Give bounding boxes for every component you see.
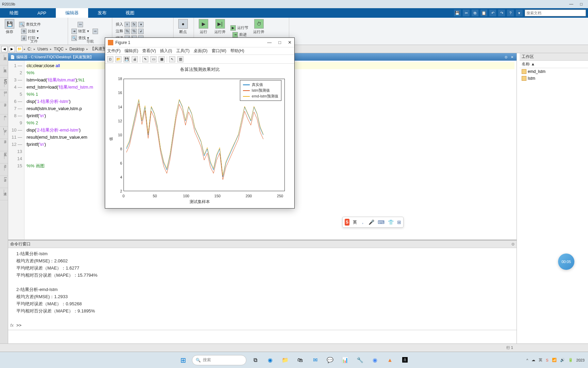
ime-comma-icon[interactable]: ， [360, 219, 365, 225]
comment-button[interactable]: 注释 %%↲ [115, 28, 144, 34]
crumb-tiqc[interactable]: TIQC [53, 47, 64, 51]
fold-tab[interactable]: MD... [0, 78, 8, 90]
fold-tab[interactable]: m [0, 102, 8, 114]
fig-menu-item[interactable]: 窗口(W) [212, 48, 226, 54]
run-section-button[interactable]: ▶运行节 [230, 25, 249, 31]
legend-item[interactable]: 真实值 [243, 82, 278, 88]
fold-tab[interactable]: l.m [0, 176, 8, 188]
tray-chevron-icon[interactable]: ^ [526, 358, 528, 362]
fold-tab[interactable]: 速... [0, 188, 8, 200]
commandwindow-body[interactable]: 1-结果分析-lstm根均方差(RMSE)：2.0602平均绝对误差（MAE）：… [8, 248, 517, 330]
edit-plot-icon[interactable]: ✎ [142, 56, 148, 62]
system-tray[interactable]: ^ ☁ 英 S 📶 🔊 🔋 2023 [526, 357, 585, 363]
ime-mic-icon[interactable]: 🎤 [369, 219, 374, 225]
wechat-icon[interactable]: 💬 [324, 354, 336, 366]
ime-lang-button[interactable]: 英 [353, 219, 357, 225]
taskbar-search[interactable]: 🔍 搜索 [192, 355, 246, 365]
taskview-icon[interactable]: ⧉ [249, 354, 261, 366]
link-icon-2[interactable]: ▦ [159, 56, 165, 62]
workspace-header[interactable]: 名称 ▲ [520, 61, 588, 68]
app-icon-3[interactable]: 🅰 [399, 354, 411, 366]
fold-tab[interactable]: 果... [0, 65, 8, 78]
dropdown-icon[interactable]: ▾ [516, 10, 523, 16]
ime-toolbar[interactable]: S 英 ， 🎤 ⌨ 👕 ⊞ [342, 217, 404, 228]
cmdwin-menu-icon[interactable]: ⊙ [511, 242, 514, 246]
workspace-var[interactable]: emd_lstm [520, 68, 588, 75]
save-fig-icon[interactable]: 💾 [124, 56, 130, 62]
fold-tab[interactable]: m [0, 139, 8, 151]
tray-lang-icon[interactable]: 英 [539, 357, 542, 363]
fig-close-icon[interactable]: ✕ [288, 40, 292, 45]
help-icon[interactable]: ? [507, 10, 514, 16]
matlab-taskbar-icon[interactable]: ▲ [384, 354, 396, 366]
tray-wifi-icon[interactable]: 📶 [552, 358, 557, 362]
app-icon-2[interactable]: 🔧 [354, 354, 366, 366]
figure-titlebar[interactable]: Figure 1 — □ ✕ [105, 38, 294, 47]
fig-minimize-icon[interactable]: — [267, 40, 272, 45]
tray-battery-icon[interactable]: 🔋 [568, 358, 573, 362]
fig-menu-item[interactable]: 文件(F) [107, 48, 120, 54]
undo-icon[interactable]: ↶ [489, 10, 496, 16]
cut-icon[interactable]: ✂ [463, 10, 470, 16]
tray-onedrive-icon[interactable]: ☁ [532, 358, 535, 362]
maximize-icon[interactable]: □ [580, 2, 583, 6]
ime-menu-icon[interactable]: ⊞ [397, 219, 401, 225]
fold-tab[interactable]: _ls... [0, 127, 8, 139]
data-cursor-icon[interactable]: ▥ [177, 56, 183, 62]
fig-maximize-icon[interactable]: □ [278, 40, 281, 45]
link-icon-1[interactable]: ▭ [150, 56, 157, 62]
legend[interactable]: 真实值lstm预测值emd-lstm预测值 [240, 80, 281, 101]
ime-skin-icon[interactable]: 👕 [388, 219, 394, 225]
legend-item[interactable]: lstm预测值 [243, 88, 278, 93]
crumb-c[interactable]: C: [27, 47, 32, 51]
goto-button[interactable]: ➜转至 ▾ [71, 28, 90, 34]
print-fig-icon[interactable]: 🖨 [132, 56, 138, 62]
find-files-button[interactable]: 🔍查找文件 [18, 21, 42, 28]
fold-tab[interactable]: S... [0, 90, 8, 102]
tab-view[interactable]: 视图 [116, 8, 144, 18]
mail-icon[interactable]: ✉ [309, 354, 321, 366]
open-fig-icon[interactable]: 📂 [115, 56, 121, 62]
fig-menu-item[interactable]: 桌面(D) [194, 48, 208, 54]
insert-button[interactable]: 插入 ≡fx▾ [115, 21, 144, 28]
crumb-users[interactable]: Users [37, 47, 49, 51]
chrome-icon[interactable]: ◉ [369, 354, 381, 366]
store-icon[interactable]: 🛍 [294, 354, 306, 366]
compare-button[interactable]: ⧉比较 ▾ [20, 28, 39, 34]
app-icon-1[interactable]: 📊 [339, 354, 351, 366]
tab-app[interactable]: APP [28, 8, 56, 18]
doc-search-input[interactable] [525, 10, 586, 16]
fig-menu-item[interactable]: 编辑(E) [125, 48, 138, 54]
editor-dropdown-icon[interactable]: ⊙ [504, 55, 508, 59]
tab-publish[interactable]: 发布 [88, 8, 116, 18]
workspace-var[interactable]: lstm [520, 75, 588, 82]
start-button[interactable]: ⊞ [177, 354, 189, 366]
nav-back-button[interactable]: ⇦ [77, 21, 84, 28]
fig-menu-item[interactable]: 帮助(H) [230, 48, 244, 54]
addr-back-button[interactable]: ◀ [1, 46, 7, 52]
save-icon[interactable]: 💾 [454, 10, 461, 16]
tab-plot[interactable]: 绘图 [0, 8, 28, 18]
fold-tab[interactable]: c... [0, 114, 8, 127]
nav-fwd-button[interactable]: ⇨ [92, 28, 99, 34]
ime-keyboard-icon[interactable]: ⌨ [378, 219, 385, 225]
new-fig-icon[interactable]: 🗋 [107, 56, 113, 62]
figure-window[interactable]: Figure 1 — □ ✕ 文件(F)编辑(E)查看(V)插入(I)工具(T)… [105, 37, 295, 209]
paste-icon[interactable]: 📋 [480, 10, 487, 16]
sogou-logo-icon[interactable]: S [345, 219, 349, 226]
redo-icon[interactable]: ↷ [498, 10, 505, 16]
legend-item[interactable]: emd-lstm预测值 [243, 93, 278, 99]
timer-pill[interactable]: 00:05 [558, 254, 574, 270]
plot-area[interactable]: 真实值lstm预测值emd-lstm预测值 24681012141618 050… [110, 74, 290, 203]
explorer-icon[interactable]: 📁 [279, 354, 291, 366]
addr-fwd-button[interactable]: ▶ [9, 46, 15, 52]
fold-tab[interactable]: ro... [0, 164, 8, 176]
tab-editor[interactable]: 编辑器 [56, 8, 88, 18]
fold-tab[interactable]: lat... [0, 151, 8, 164]
fig-menu-item[interactable]: 插入(I) [160, 48, 172, 54]
editor-close-icon[interactable]: ✕ [510, 55, 514, 59]
copy-icon[interactable]: ⧉ [472, 10, 478, 16]
crumb-desktop[interactable]: Desktop [69, 47, 85, 51]
tray-sogou-icon[interactable]: S [546, 358, 548, 362]
tray-volume-icon[interactable]: 🔊 [560, 358, 565, 362]
